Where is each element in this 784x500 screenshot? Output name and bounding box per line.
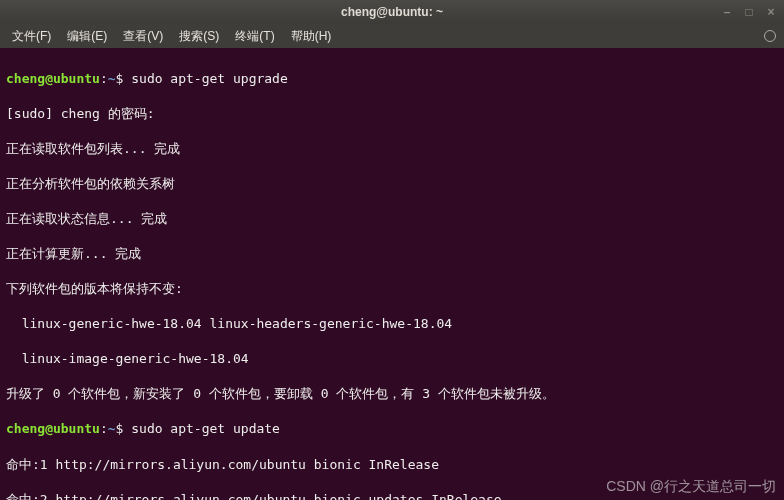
menu-view[interactable]: 查看(V) (117, 25, 169, 48)
prompt-user: cheng@ubuntu (6, 421, 100, 436)
window-title: cheng@ubuntu: ~ (341, 5, 443, 19)
menu-file[interactable]: 文件(F) (6, 25, 57, 48)
menu-help[interactable]: 帮助(H) (285, 25, 338, 48)
output-line: 命中:1 http://mirrors.aliyun.com/ubuntu bi… (6, 456, 778, 474)
terminal-area[interactable]: cheng@ubuntu:~$ sudo apt-get upgrade [su… (0, 48, 784, 500)
prompt-path: ~ (108, 421, 116, 436)
output-line: 命中:2 http://mirrors.aliyun.com/ubuntu bi… (6, 491, 778, 500)
cmd-text: sudo apt-get update (131, 421, 280, 436)
output-line: 正在计算更新... 完成 (6, 245, 778, 263)
output-line: 正在读取软件包列表... 完成 (6, 140, 778, 158)
cmd-text: sudo apt-get upgrade (131, 71, 288, 86)
output-line: 正在读取状态信息... 完成 (6, 210, 778, 228)
menu-indicator-icon (764, 30, 776, 42)
menu-terminal[interactable]: 终端(T) (229, 25, 280, 48)
minimize-icon[interactable]: – (720, 5, 734, 19)
prompt-colon: : (100, 71, 108, 86)
window-controls: – □ × (720, 5, 778, 19)
maximize-icon[interactable]: □ (742, 5, 756, 19)
output-line: [sudo] cheng 的密码: (6, 105, 778, 123)
output-line: 升级了 0 个软件包，新安装了 0 个软件包，要卸载 0 个软件包，有 3 个软… (6, 385, 778, 403)
output-line: linux-generic-hwe-18.04 linux-headers-ge… (6, 315, 778, 333)
window-titlebar: cheng@ubuntu: ~ – □ × (0, 0, 784, 24)
menu-edit[interactable]: 编辑(E) (61, 25, 113, 48)
prompt-path: ~ (108, 71, 116, 86)
menubar: 文件(F) 编辑(E) 查看(V) 搜索(S) 终端(T) 帮助(H) (0, 24, 784, 48)
output-line: 下列软件包的版本将保持不变: (6, 280, 778, 298)
prompt-symbol: $ (116, 71, 124, 86)
menu-search[interactable]: 搜索(S) (173, 25, 225, 48)
output-line: linux-image-generic-hwe-18.04 (6, 350, 778, 368)
prompt-user: cheng@ubuntu (6, 71, 100, 86)
output-line: 正在分析软件包的依赖关系树 (6, 175, 778, 193)
close-icon[interactable]: × (764, 5, 778, 19)
